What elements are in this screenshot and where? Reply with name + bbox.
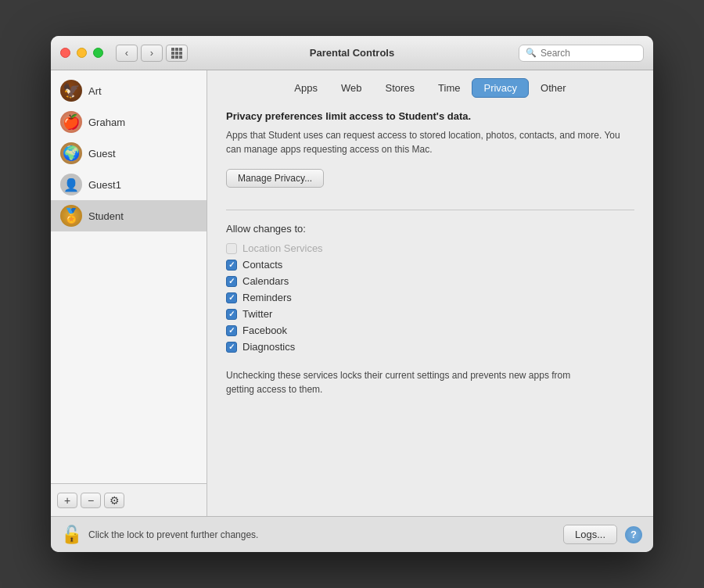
content-area: Privacy preferences limit access to Stud… [207,98,653,516]
main-content: Art Graham Guest Guest1 Student [51,70,653,516]
maximize-button[interactable] [93,48,103,58]
search-box[interactable]: 🔍 [519,45,644,62]
checkbox-facebook[interactable] [226,325,237,336]
checkbox-location[interactable] [226,243,237,254]
back-button[interactable]: ‹ [116,45,138,62]
tab-stores[interactable]: Stores [374,78,427,98]
checkbox-item-twitter[interactable]: Twitter [226,308,634,320]
traffic-lights [60,48,103,58]
tab-time[interactable]: Time [426,78,472,98]
grid-icon [171,48,182,59]
tabs-bar: Apps Web Stores Time Privacy Other [207,70,653,98]
checkbox-twitter[interactable] [226,309,237,320]
sidebar-toolbar: + − ⚙ [51,483,207,516]
label-contacts: Contacts [242,259,282,271]
user-item-art[interactable]: Art [51,75,207,106]
tab-apps[interactable]: Apps [282,78,329,98]
user-name-student: Student [88,210,124,222]
avatar-guest1 [60,174,82,195]
search-icon: 🔍 [526,48,537,58]
privacy-description: Apps that Student uses can request acces… [226,128,634,156]
bottom-bar: 🔓 Click the lock to prevent further chan… [51,516,653,552]
label-twitter: Twitter [242,308,272,320]
checkbox-item-reminders[interactable]: Reminders [226,292,634,303]
close-button[interactable] [60,48,70,58]
user-item-student[interactable]: Student [51,200,207,231]
checkbox-list: Location Services Contacts Calendars Rem… [226,242,634,353]
grid-view-button[interactable] [166,45,188,62]
user-name-art: Art [88,85,102,97]
add-user-button[interactable]: + [57,493,77,508]
label-reminders: Reminders [242,292,292,303]
avatar-graham [60,111,82,133]
avatar-student [60,205,82,227]
user-item-graham[interactable]: Graham [51,106,207,138]
lock-button[interactable]: 🔓 [62,524,81,546]
user-item-guest1[interactable]: Guest1 [51,169,207,200]
titlebar: ‹ › Parental Controls 🔍 [51,36,653,70]
user-name-graham: Graham [88,117,125,128]
right-panel: Apps Web Stores Time Privacy Other Priva… [207,70,653,516]
user-name-guest: Guest [88,148,116,160]
checkbox-calendars[interactable] [226,276,237,287]
window-title: Parental Controls [310,47,394,59]
divider [226,210,634,210]
lock-icon: 🔓 [61,525,82,545]
checkbox-item-location[interactable]: Location Services [226,242,634,254]
label-calendars: Calendars [242,275,289,287]
checkbox-reminders[interactable] [226,292,237,303]
label-diagnostics: Diagnostics [242,341,295,353]
label-facebook: Facebook [242,324,287,336]
remove-user-button[interactable]: − [81,493,101,508]
search-input[interactable] [541,48,637,59]
sidebar: Art Graham Guest Guest1 Student [51,70,207,516]
checkbox-item-calendars[interactable]: Calendars [226,275,634,287]
minimize-button[interactable] [77,48,87,58]
checkbox-diagnostics[interactable] [226,342,237,353]
privacy-header: Privacy preferences limit access to Stud… [226,110,634,122]
allow-changes-label: Allow changes to: [226,223,634,235]
nav-buttons: ‹ › [116,45,163,62]
help-button[interactable]: ? [625,526,642,543]
tab-privacy[interactable]: Privacy [472,78,529,98]
lock-text: Click the lock to prevent further change… [88,529,555,540]
note-text: Unchecking these services locks their cu… [226,368,578,396]
avatar-art [60,80,82,102]
user-item-guest[interactable]: Guest [51,138,207,169]
tab-web[interactable]: Web [329,78,374,98]
user-name-guest1: Guest1 [88,179,121,191]
checkbox-item-contacts[interactable]: Contacts [226,259,634,271]
main-window: ‹ › Parental Controls 🔍 Art [51,36,653,552]
logs-button[interactable]: Logs... [563,525,617,544]
forward-button[interactable]: › [141,45,163,62]
manage-privacy-button[interactable]: Manage Privacy... [226,169,324,188]
checkbox-contacts[interactable] [226,260,237,271]
gear-button[interactable]: ⚙ [104,493,124,508]
checkbox-item-diagnostics[interactable]: Diagnostics [226,341,634,353]
avatar-guest [60,142,82,164]
label-location: Location Services [242,242,323,254]
checkbox-item-facebook[interactable]: Facebook [226,324,634,336]
tab-other[interactable]: Other [529,78,578,98]
user-list: Art Graham Guest Guest1 Student [51,70,207,483]
